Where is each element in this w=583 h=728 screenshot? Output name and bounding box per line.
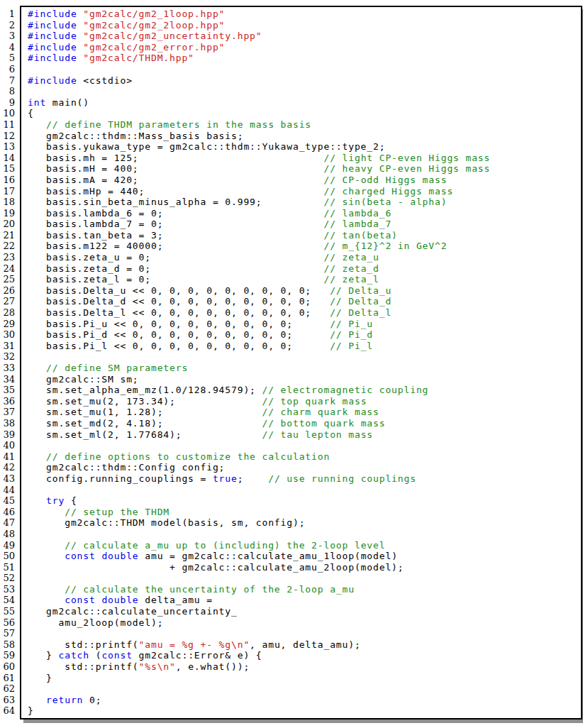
code-token: // heavy CP-even Higgs mass: [323, 163, 490, 174]
code-token: [28, 540, 65, 551]
code-line: [28, 628, 581, 639]
code-line: basis.mA = 420; // CP-odd Higgs mass: [28, 175, 581, 186]
code-token: std::printf(: [28, 661, 139, 672]
code-token: int: [28, 97, 46, 108]
code-token: basis.Pi_d << 0, 0, 0, 0, 0, 0, 0, 0, 0;: [28, 329, 330, 340]
code-token: ;: [238, 473, 268, 484]
line-number: 24: [0, 263, 15, 275]
code-token: [28, 507, 65, 517]
code-line: // define THDM parameters in the mass ba…: [28, 119, 581, 131]
code-token: sm.set_md(2, 4.18);: [28, 418, 262, 429]
code-token: // m_{12}^2 in GeV^2: [323, 241, 447, 251]
code-line: #include "gm2calc/gm2_error.hpp": [28, 42, 581, 53]
code-line: // calculate a_mu up to (including) the …: [28, 540, 581, 551]
code-line: basis.Delta_u << 0, 0, 0, 0, 0, 0, 0, 0,…: [28, 285, 581, 297]
code-token: gm2calc::THDM model(basis, sm, config);: [28, 517, 305, 528]
code-token: // top quark mass: [262, 396, 367, 407]
code-token: basis.tan_beta = 3;: [28, 230, 323, 241]
line-number: 42: [0, 462, 15, 473]
line-number: 52: [0, 573, 15, 584]
code-token: // lambda_7: [323, 219, 392, 229]
line-number: 2: [0, 20, 15, 31]
code-token: "gm2calc/gm2_1loop.hpp": [83, 9, 225, 19]
line-number: 26: [0, 285, 15, 297]
code-token: }: [28, 673, 52, 683]
code-line: basis.zeta_u = 0; // zeta_u: [28, 252, 581, 263]
line-number: 59: [0, 650, 15, 661]
code-line: sm.set_md(2, 4.18); // bottom quark mass: [28, 418, 581, 429]
code-token: #include: [28, 75, 77, 86]
code-line: basis.Pi_d << 0, 0, 0, 0, 0, 0, 0, 0, 0;…: [28, 329, 581, 341]
code-token: , e.what());: [176, 661, 250, 672]
code-token: gm2calc::Error& e) {: [133, 650, 262, 661]
line-number: 38: [0, 418, 15, 429]
line-number: 51: [0, 562, 15, 573]
code-line: const double amu = gm2calc::calculate_am…: [28, 551, 581, 562]
code-line: basis.lambda_7 = 0; // lambda_7: [28, 219, 581, 230]
code-token: const: [65, 551, 95, 561]
line-number: 14: [0, 153, 15, 164]
code-token: gm2calc::thdm::Mass_basis basis;: [28, 131, 243, 141]
code-token: basis.lambda_6 = 0;: [28, 208, 323, 219]
code-line: // calculate the uncertainty of the 2-lo…: [28, 584, 581, 595]
code-token: // zeta_l: [323, 274, 379, 285]
line-number: 55: [0, 606, 15, 617]
code-line: #include "gm2calc/gm2_uncertainty.hpp": [28, 31, 581, 42]
line-number: 8: [0, 86, 15, 97]
code-line: basis.Delta_d << 0, 0, 0, 0, 0, 0, 0, 0,…: [28, 296, 581, 307]
code-token: "gm2calc/gm2_uncertainty.hpp": [83, 31, 262, 41]
code-token: // Delta_l: [330, 307, 392, 318]
code-token: basis.sin_beta_minus_alpha = 0.999;: [28, 197, 323, 207]
code-token: const: [101, 650, 132, 661]
code-token: sm.set_alpha_em_mz(1.0/128.94579);: [28, 385, 262, 395]
code-token: amu_2loop(model);: [28, 617, 163, 628]
code-line: basis.Delta_l << 0, 0, 0, 0, 0, 0, 0, 0,…: [28, 307, 581, 319]
code-line: // define SM parameters: [28, 363, 581, 374]
code-token: basis.Delta_u << 0, 0, 0, 0, 0, 0, 0, 0,…: [28, 285, 330, 296]
line-number: 7: [0, 75, 15, 87]
line-number: 30: [0, 329, 15, 341]
line-number: 63: [0, 695, 15, 706]
code-token: // calculate the uncertainty of the 2-lo…: [65, 584, 355, 595]
code-token: <cstdio>: [77, 75, 133, 86]
code-token: // Pi_u: [330, 319, 373, 329]
code-token: basis.mHp = 440;: [28, 186, 323, 197]
line-number: 61: [0, 673, 15, 684]
code-line: #include "gm2calc/gm2_1loop.hpp": [28, 9, 581, 20]
code-token: catch: [58, 650, 89, 661]
code-token: // CP-odd Higgs mass: [323, 175, 447, 185]
line-number: 28: [0, 307, 15, 319]
code-line: [28, 440, 581, 451]
code-token: // electromagnetic coupling: [262, 385, 428, 395]
line-number: 9: [0, 97, 15, 109]
code-token: #include: [28, 20, 77, 31]
code-line: // setup the THDM: [28, 507, 581, 518]
line-number: 33: [0, 363, 15, 374]
line-number: 53: [0, 584, 15, 595]
code-line: basis.yukawa_type = gm2calc::thdm::Yukaw…: [28, 141, 581, 153]
line-number: 60: [0, 661, 15, 673]
code-line: #include <cstdio>: [28, 75, 581, 87]
code-token: // Delta_d: [330, 296, 392, 307]
code-line: basis.lambda_6 = 0; // lambda_6: [28, 208, 581, 219]
code-line: return 0;: [28, 695, 581, 706]
code-token: amu = gm2calc::calculate_amu_1loop(model…: [139, 551, 398, 561]
code-token: // charged Higgs mass: [323, 186, 453, 197]
code-token: basis.Pi_u << 0, 0, 0, 0, 0, 0, 0, 0, 0;: [28, 319, 330, 329]
code-line: basis.zeta_d = 0; // zeta_d: [28, 263, 581, 275]
code-token: config.running_couplings =: [28, 473, 213, 484]
code-line: gm2calc::thdm::Config config;: [28, 462, 581, 473]
code-line: [28, 529, 581, 540]
code-line: [28, 351, 581, 363]
line-number: 43: [0, 473, 15, 485]
code-token: // bottom quark mass: [262, 418, 385, 429]
code-token: delta_amu =: [139, 595, 213, 605]
line-number: 16: [0, 175, 15, 186]
code-token: // Pi_d: [330, 329, 373, 340]
code-line: basis.sin_beta_minus_alpha = 0.999; // s…: [28, 197, 581, 208]
code-token: basis.Delta_d << 0, 0, 0, 0, 0, 0, 0, 0,…: [28, 296, 330, 307]
line-number: 48: [0, 529, 15, 540]
code-token: #include: [28, 9, 77, 19]
line-number: 47: [0, 517, 15, 529]
line-number: 20: [0, 219, 15, 230]
